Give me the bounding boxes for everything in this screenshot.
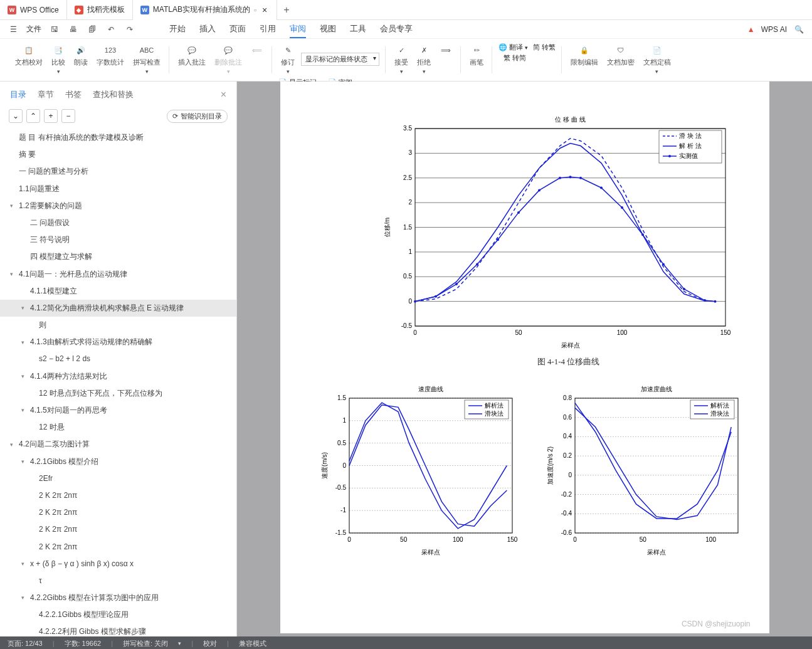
document-viewport[interactable]: 位 移 曲 线-0.500.511.522.533.5050100150采样点位… bbox=[237, 82, 812, 636]
toc-item[interactable]: 4.2.2.2利用 Gibbs 模型求解步骤 bbox=[0, 623, 236, 636]
track-changes-button[interactable]: ✎修订 bbox=[278, 43, 297, 76]
app-tab-template[interactable]: ◆ 找稻壳模板 bbox=[67, 0, 133, 20]
ai-toc-button[interactable]: ⟳智能识别目录 bbox=[167, 110, 228, 123]
preview-icon[interactable]: 🗐 bbox=[87, 24, 98, 35]
toc-expand-button[interactable]: ⌄ bbox=[9, 109, 23, 123]
read-aloud-button[interactable]: 🔊朗读 bbox=[71, 43, 90, 76]
app-tab-wps[interactable]: W WPS Office bbox=[0, 0, 67, 20]
file-menu-label[interactable]: 文件 bbox=[26, 24, 41, 34]
toc-item[interactable]: 2 K 2π 2nπ bbox=[0, 504, 236, 521]
chevron-down-icon[interactable]: ▾ bbox=[21, 457, 29, 466]
sidebar-tab-toc[interactable]: 目录 bbox=[10, 89, 26, 100]
tab-member[interactable]: 会员专享 bbox=[380, 21, 413, 38]
toc-add-button[interactable]: + bbox=[44, 109, 58, 123]
toc-item[interactable]: 二 问题假设 bbox=[0, 214, 236, 231]
toc-item[interactable]: 一 问题的重述与分析 bbox=[0, 163, 236, 180]
chevron-down-icon[interactable]: ▾ bbox=[21, 372, 29, 381]
chevron-down-icon[interactable]: ▾ bbox=[10, 201, 18, 210]
redo-icon[interactable]: ↷ bbox=[124, 24, 135, 35]
toc-item[interactable]: s2 − b2 + l 2 ds bbox=[0, 351, 236, 367]
toc-item[interactable]: 题 目 有杆抽油系统的数学建模及诊断 bbox=[0, 129, 236, 146]
sidebar-close-icon[interactable]: × bbox=[221, 89, 226, 100]
status-proof[interactable]: 校对 bbox=[203, 639, 217, 648]
toc-item[interactable]: 则 bbox=[0, 317, 236, 334]
tab-page[interactable]: 页面 bbox=[229, 21, 246, 38]
toc-item[interactable]: 2Efr bbox=[0, 470, 236, 487]
toc-item[interactable]: 12 时悬点到达下死点，下死点位移为 bbox=[0, 385, 236, 402]
toc-item[interactable]: 4.2.2.1Gibbs 模型理论应用 bbox=[0, 606, 236, 623]
toc-item[interactable]: 2 K 2π 2nπ bbox=[0, 539, 236, 556]
undo-icon[interactable]: ↶ bbox=[105, 24, 117, 35]
sidebar-tab-bookmark[interactable]: 书签 bbox=[65, 89, 82, 100]
pen-button[interactable]: ✏画笔 bbox=[467, 43, 486, 68]
toc-item[interactable]: 四 模型建立与求解 bbox=[0, 248, 236, 265]
simp-to-trad-button[interactable]: 简 转繁 bbox=[533, 43, 556, 52]
chevron-down-icon[interactable]: ▾ bbox=[21, 406, 29, 414]
toc-item[interactable]: ▾4.2.2Gibbs 模型在计算泵功图中的应用 bbox=[0, 589, 236, 606]
toc-item[interactable]: 12 时悬 bbox=[0, 419, 236, 436]
toc-item[interactable]: 2 K 2π 2nπ bbox=[0, 487, 236, 504]
chevron-down-icon[interactable]: ▾ bbox=[10, 270, 18, 278]
toc-item[interactable]: 三 符号说明 bbox=[0, 231, 236, 248]
reject-button[interactable]: ✗拒绝 bbox=[414, 43, 433, 76]
search-icon[interactable]: 🔍 bbox=[793, 24, 804, 35]
spell-check-button[interactable]: ABC拼写检查 bbox=[130, 43, 163, 76]
sidebar-tab-chapter[interactable]: 章节 bbox=[38, 89, 54, 100]
toc-item[interactable]: τ bbox=[0, 572, 236, 589]
toc-item[interactable]: 2 K 2π 2nπ bbox=[0, 521, 236, 538]
display-markup-select[interactable]: 显示标记的最终状态 bbox=[301, 53, 379, 66]
toc-item[interactable]: ▾4.1.2简化为曲柄滑块机构求解悬点 E 运动规律 bbox=[0, 300, 236, 317]
trad-to-simp-button[interactable]: 繁 转简 bbox=[504, 53, 526, 63]
hamburger-icon[interactable]: ☰ bbox=[8, 24, 19, 35]
print-icon[interactable]: 🖶 bbox=[68, 24, 79, 35]
status-page[interactable]: 页面: 12/43 bbox=[8, 639, 43, 648]
prev-comment-button[interactable]: ⟸ bbox=[248, 43, 266, 76]
app-tab-document[interactable]: W MATLAB实现有杆抽油系统的 ▫ × bbox=[133, 0, 277, 20]
tab-start[interactable]: 开始 bbox=[169, 21, 186, 38]
tab-reference[interactable]: 引用 bbox=[260, 21, 276, 38]
finalize-button[interactable]: 📄文档定稿 bbox=[641, 43, 673, 76]
wps-ai-label[interactable]: WPS AI bbox=[761, 25, 787, 34]
chevron-down-icon[interactable]: ▾ bbox=[21, 593, 29, 602]
status-spell[interactable]: 拼写检查: 关闭 bbox=[123, 639, 168, 648]
save-icon[interactable]: 🖫 bbox=[49, 24, 60, 35]
chevron-down-icon[interactable]: ▾ bbox=[21, 303, 29, 312]
toc-item[interactable]: ▾4.2问题二泵功图计算 bbox=[0, 436, 236, 453]
close-icon[interactable]: × bbox=[260, 6, 269, 14]
chevron-down-icon[interactable]: ▾ bbox=[21, 559, 29, 568]
add-tab-button[interactable]: + bbox=[277, 4, 295, 16]
encrypt-button[interactable]: 🛡文档加密 bbox=[604, 43, 637, 76]
chevron-down-icon[interactable]: ▾ bbox=[10, 440, 18, 449]
doc-proof-button[interactable]: 📋文档校对 bbox=[13, 43, 45, 76]
toc-item[interactable]: ▾4.1.4两种方法结果对比 bbox=[0, 368, 236, 385]
toc-item[interactable]: 4.1.1模型建立 bbox=[0, 283, 236, 300]
restrict-edit-button[interactable]: 🔒限制编辑 bbox=[568, 43, 601, 76]
tab-insert[interactable]: 插入 bbox=[199, 21, 216, 38]
tab-review[interactable]: 审阅 bbox=[290, 21, 306, 38]
compare-button[interactable]: 📑比较 bbox=[49, 43, 68, 76]
toc-item[interactable]: 1.1问题重述 bbox=[0, 181, 236, 198]
toc-collapse-button[interactable]: ⌃ bbox=[26, 109, 40, 123]
status-compat[interactable]: 兼容模式 bbox=[239, 639, 266, 648]
tab-view[interactable]: 视图 bbox=[320, 21, 336, 38]
chevron-down-icon[interactable]: ▾ bbox=[21, 338, 29, 347]
toc-list[interactable]: 题 目 有杆抽油系统的数学建模及诊断摘 要一 问题的重述与分析1.1问题重述▾1… bbox=[0, 127, 236, 636]
svg-text:解析法: 解析法 bbox=[485, 402, 504, 409]
toc-item[interactable]: ▾4.1.3由解析式求得运动规律的精确解 bbox=[0, 334, 236, 351]
next-change-button[interactable]: ⟹ bbox=[437, 43, 455, 76]
word-count-button[interactable]: 123字数统计 bbox=[94, 43, 127, 76]
toc-remove-button[interactable]: − bbox=[61, 109, 75, 123]
tab-tools[interactable]: 工具 bbox=[350, 21, 366, 38]
toc-item[interactable]: ▾4.1问题一：光杆悬点的运动规律 bbox=[0, 266, 236, 283]
toc-item[interactable]: ▾x + (δ β − γ α ) sinh β x) cosα x bbox=[0, 556, 236, 572]
toc-item[interactable]: ▾4.1.5对问题一的再思考 bbox=[0, 402, 236, 419]
status-words[interactable]: 字数: 19662 bbox=[65, 639, 102, 648]
toc-item[interactable]: ▾1.2需要解决的问题 bbox=[0, 198, 236, 214]
sidebar-tab-find[interactable]: 查找和替换 bbox=[93, 89, 134, 100]
accept-button[interactable]: ✓接受 bbox=[392, 43, 411, 76]
insert-comment-button[interactable]: 💬插入批注 bbox=[176, 43, 208, 76]
toc-item[interactable]: ▾4.2.1Gibbs 模型介绍 bbox=[0, 453, 236, 470]
delete-comment-button[interactable]: 💬删除批注 bbox=[212, 43, 245, 76]
translate-button[interactable]: 🌐 翻译 bbox=[498, 43, 528, 52]
toc-item[interactable]: 摘 要 bbox=[0, 146, 236, 163]
